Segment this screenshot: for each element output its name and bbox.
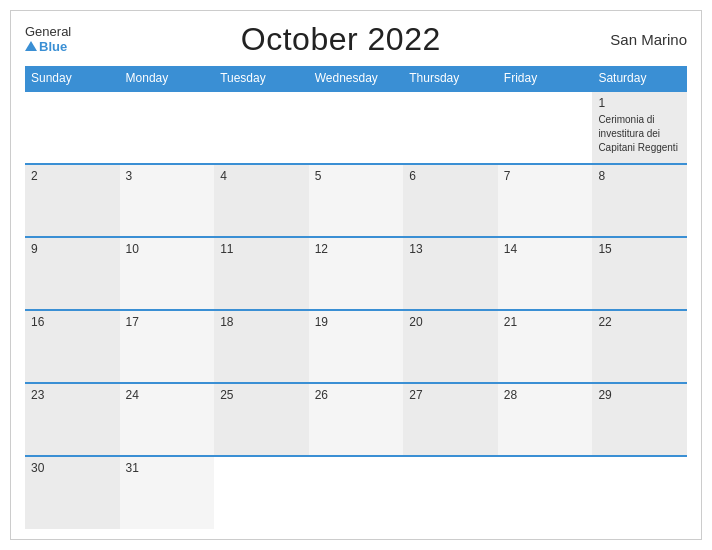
calendar-cell: 28	[498, 383, 593, 456]
calendar-cell: 19	[309, 310, 404, 383]
calendar-week-row: 1Cerimonia di investitura dei Capitani R…	[25, 91, 687, 164]
day-number: 1	[598, 96, 681, 110]
calendar-cell: 9	[25, 237, 120, 310]
calendar-container: General Blue October 2022 San Marino Sun…	[10, 10, 702, 540]
calendar-cell: 24	[120, 383, 215, 456]
calendar-cell: 25	[214, 383, 309, 456]
calendar-cell: 5	[309, 164, 404, 237]
calendar-cell: 27	[403, 383, 498, 456]
calendar-cell: 10	[120, 237, 215, 310]
day-number: 20	[409, 315, 492, 329]
calendar-week-row: 3031	[25, 456, 687, 529]
event-text: Cerimonia di investitura dei Capitani Re…	[598, 114, 678, 153]
country-name: San Marino	[610, 31, 687, 48]
day-number: 24	[126, 388, 209, 402]
day-number: 14	[504, 242, 587, 256]
calendar-cell: 4	[214, 164, 309, 237]
calendar-cell: 8	[592, 164, 687, 237]
day-number: 30	[31, 461, 114, 475]
day-number: 10	[126, 242, 209, 256]
calendar-cell: 3	[120, 164, 215, 237]
day-number: 25	[220, 388, 303, 402]
calendar-cell	[498, 91, 593, 164]
logo-blue-text: Blue	[25, 40, 67, 54]
calendar-cell	[309, 91, 404, 164]
calendar-cell: 20	[403, 310, 498, 383]
calendar-table: Sunday Monday Tuesday Wednesday Thursday…	[25, 66, 687, 529]
calendar-body: 1Cerimonia di investitura dei Capitani R…	[25, 91, 687, 529]
day-number: 23	[31, 388, 114, 402]
calendar-cell: 18	[214, 310, 309, 383]
header-friday: Friday	[498, 66, 593, 91]
calendar-cell: 29	[592, 383, 687, 456]
calendar-cell: 1Cerimonia di investitura dei Capitani R…	[592, 91, 687, 164]
calendar-title: October 2022	[241, 21, 441, 58]
day-number: 15	[598, 242, 681, 256]
weekday-header-row: Sunday Monday Tuesday Wednesday Thursday…	[25, 66, 687, 91]
day-number: 6	[409, 169, 492, 183]
calendar-cell	[403, 456, 498, 529]
calendar-cell: 15	[592, 237, 687, 310]
calendar-cell: 21	[498, 310, 593, 383]
calendar-week-row: 16171819202122	[25, 310, 687, 383]
day-number: 16	[31, 315, 114, 329]
day-number: 18	[220, 315, 303, 329]
calendar-cell	[25, 91, 120, 164]
day-number: 12	[315, 242, 398, 256]
calendar-cell	[498, 456, 593, 529]
day-number: 5	[315, 169, 398, 183]
day-number: 22	[598, 315, 681, 329]
logo: General Blue	[25, 25, 71, 54]
day-number: 21	[504, 315, 587, 329]
calendar-header: General Blue October 2022 San Marino	[25, 21, 687, 58]
calendar-cell: 30	[25, 456, 120, 529]
calendar-cell	[214, 91, 309, 164]
day-number: 9	[31, 242, 114, 256]
calendar-cell: 7	[498, 164, 593, 237]
calendar-cell: 22	[592, 310, 687, 383]
calendar-cell	[120, 91, 215, 164]
day-number: 26	[315, 388, 398, 402]
calendar-cell	[214, 456, 309, 529]
calendar-cell: 2	[25, 164, 120, 237]
day-number: 2	[31, 169, 114, 183]
calendar-cell	[592, 456, 687, 529]
calendar-header-row: Sunday Monday Tuesday Wednesday Thursday…	[25, 66, 687, 91]
day-number: 28	[504, 388, 587, 402]
logo-general-text: General	[25, 25, 71, 39]
day-number: 31	[126, 461, 209, 475]
calendar-cell: 13	[403, 237, 498, 310]
day-number: 19	[315, 315, 398, 329]
calendar-cell: 23	[25, 383, 120, 456]
calendar-cell: 12	[309, 237, 404, 310]
day-number: 4	[220, 169, 303, 183]
logo-triangle-icon	[25, 41, 37, 51]
calendar-week-row: 9101112131415	[25, 237, 687, 310]
header-wednesday: Wednesday	[309, 66, 404, 91]
header-monday: Monday	[120, 66, 215, 91]
calendar-cell: 26	[309, 383, 404, 456]
day-number: 11	[220, 242, 303, 256]
calendar-week-row: 2345678	[25, 164, 687, 237]
calendar-cell: 6	[403, 164, 498, 237]
day-number: 29	[598, 388, 681, 402]
calendar-cell	[309, 456, 404, 529]
day-number: 13	[409, 242, 492, 256]
header-sunday: Sunday	[25, 66, 120, 91]
calendar-cell: 31	[120, 456, 215, 529]
day-number: 27	[409, 388, 492, 402]
calendar-cell: 14	[498, 237, 593, 310]
calendar-cell: 17	[120, 310, 215, 383]
day-number: 7	[504, 169, 587, 183]
header-thursday: Thursday	[403, 66, 498, 91]
header-tuesday: Tuesday	[214, 66, 309, 91]
calendar-cell: 11	[214, 237, 309, 310]
calendar-cell: 16	[25, 310, 120, 383]
header-saturday: Saturday	[592, 66, 687, 91]
calendar-cell	[403, 91, 498, 164]
calendar-week-row: 23242526272829	[25, 383, 687, 456]
day-number: 8	[598, 169, 681, 183]
day-number: 17	[126, 315, 209, 329]
day-number: 3	[126, 169, 209, 183]
